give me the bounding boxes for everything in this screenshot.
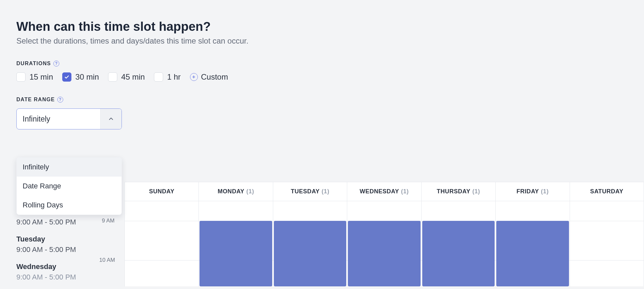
day-label: WEDNESDAY <box>360 188 399 195</box>
day-label: MONDAY <box>218 188 245 195</box>
duration-option-15min[interactable]: 15 min <box>16 72 53 82</box>
sidebar-day-block: Wednesday 9:00 AM - 5:00 PM <box>16 262 118 281</box>
duration-label: 1 hr <box>167 72 180 82</box>
durations-label-row: DURATIONS ? <box>16 61 628 67</box>
day-count: (1) <box>246 188 254 195</box>
calendar-col-saturday[interactable] <box>570 201 644 286</box>
checkbox-icon[interactable] <box>62 72 71 82</box>
calendar-wrap: SUNDAY MONDAY(1) TUESDAY(1) WEDNESDAY(1)… <box>124 182 644 289</box>
sidebar-day-name: Wednesday <box>16 262 118 271</box>
sidebar-day-name: Tuesday <box>16 235 118 243</box>
calendar-header-row: SUNDAY MONDAY(1) TUESDAY(1) WEDNESDAY(1)… <box>125 182 644 201</box>
calendar-col-sunday[interactable] <box>125 201 199 286</box>
sidebar-day-range: 9:00 AM - 5:00 PM <box>16 245 118 254</box>
day-count: (1) <box>541 188 549 195</box>
calendar-header-sunday: SUNDAY <box>125 182 199 201</box>
day-label: SUNDAY <box>149 188 175 195</box>
dropdown-option-rolling-days[interactable]: Rolling Days <box>17 196 122 215</box>
duration-label: 15 min <box>29 72 53 82</box>
checkbox-icon[interactable] <box>16 72 26 82</box>
calendar-col-friday[interactable] <box>496 201 570 286</box>
calendar-col-monday[interactable] <box>199 201 273 286</box>
date-range-dropdown: Infinitely Date Range Rolling Days <box>16 157 122 215</box>
help-icon[interactable]: ? <box>53 61 59 67</box>
calendar-header-monday: MONDAY(1) <box>199 182 273 201</box>
date-range-label-row: DATE RANGE ? <box>16 97 628 103</box>
durations-label: DURATIONS <box>16 61 51 67</box>
calendar-header-saturday: SATURDAY <box>570 182 644 201</box>
day-label: FRIDAY <box>517 188 539 195</box>
sidebar-day-range: 9:00 AM - 5:00 PM <box>16 273 118 281</box>
day-label: THURSDAY <box>437 188 470 195</box>
date-range-label: DATE RANGE <box>16 97 55 103</box>
calendar-col-wednesday[interactable] <box>347 201 421 286</box>
custom-label: Custom <box>201 72 228 82</box>
duration-option-1hr[interactable]: 1 hr <box>154 72 180 82</box>
help-icon[interactable]: ? <box>57 97 63 103</box>
duration-option-45min[interactable]: 45 min <box>108 72 145 82</box>
availability-block[interactable] <box>422 221 495 286</box>
day-count: (1) <box>472 188 480 195</box>
add-custom-duration-button[interactable]: + Custom <box>190 72 228 82</box>
availability-block[interactable] <box>274 221 346 286</box>
day-label: TUESDAY <box>291 188 320 195</box>
page-title: When can this time slot happen? <box>16 20 628 34</box>
availability-block[interactable] <box>348 221 420 286</box>
date-range-select[interactable]: Infinitely <box>16 108 122 129</box>
sidebar-day-block: Tuesday 9:00 AM - 5:00 PM <box>16 235 118 254</box>
hour-label-10am: 10 AM <box>99 257 115 263</box>
checkbox-icon[interactable] <box>108 72 117 82</box>
durations-row: 15 min 30 min 45 min 1 hr + Custom <box>16 72 628 82</box>
duration-label: 30 min <box>75 72 99 82</box>
calendar-header-wednesday: WEDNESDAY(1) <box>347 182 421 201</box>
calendar-col-thursday[interactable] <box>422 201 496 286</box>
plus-circle-icon: + <box>190 73 198 81</box>
dropdown-option-date-range[interactable]: Date Range <box>17 177 122 196</box>
calendar-header-tuesday: TUESDAY(1) <box>273 182 347 201</box>
calendar-header-thursday: THURSDAY(1) <box>422 182 496 201</box>
availability-block[interactable] <box>199 221 272 286</box>
hour-label-9am: 9 AM <box>102 218 115 224</box>
availability-block[interactable] <box>496 221 569 286</box>
calendar-grid: SUNDAY MONDAY(1) TUESDAY(1) WEDNESDAY(1)… <box>124 182 644 286</box>
checkbox-icon[interactable] <box>154 72 163 82</box>
dropdown-option-infinitely[interactable]: Infinitely <box>17 158 122 177</box>
duration-label: 45 min <box>121 72 145 82</box>
calendar-header-friday: FRIDAY(1) <box>496 182 570 201</box>
day-label: SATURDAY <box>590 188 623 195</box>
page-subtitle: Select the durations, times and days/dat… <box>16 36 628 46</box>
day-count: (1) <box>322 188 330 195</box>
duration-option-30min[interactable]: 30 min <box>62 72 99 82</box>
calendar-body[interactable]: 9 AM 10 AM <box>125 201 644 286</box>
day-count: (1) <box>401 188 409 195</box>
calendar-col-tuesday[interactable] <box>273 201 347 286</box>
chevron-up-icon[interactable] <box>100 109 122 129</box>
date-range-selected-value: Infinitely <box>17 109 100 129</box>
